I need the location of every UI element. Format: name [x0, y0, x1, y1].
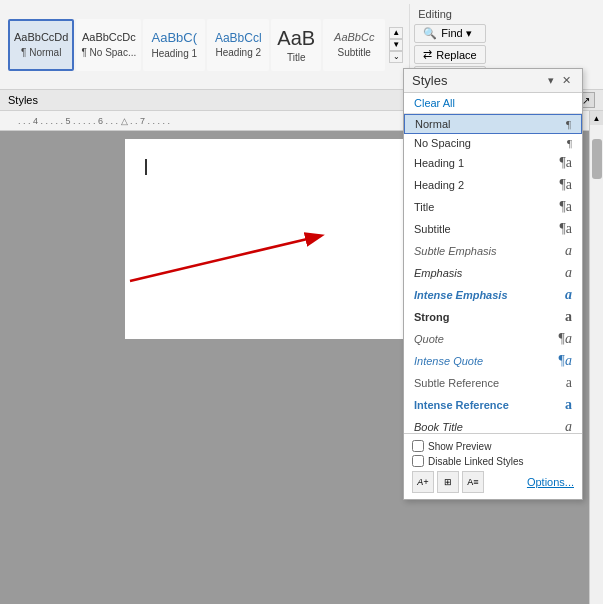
style-item-intense-emphasis[interactable]: Intense Emphasis a — [404, 284, 582, 306]
style-indicator-heading2: ¶a — [559, 177, 572, 193]
text-cursor — [145, 159, 147, 175]
style-item-name-book-title: Book Title — [414, 421, 463, 433]
scroll-expand-arrow[interactable]: ⌄ — [389, 51, 403, 63]
style-inspector-icon: ⊞ — [444, 477, 452, 487]
search-icon: 🔍 — [423, 27, 437, 40]
scrollbar-thumb[interactable] — [592, 139, 602, 179]
style-item-name-emphasis: Emphasis — [414, 267, 462, 279]
style-item-intense-reference[interactable]: Intense Reference a — [404, 394, 582, 416]
style-preview-heading2: AaBbCcl — [215, 31, 262, 45]
new-style-button[interactable]: A+ — [412, 471, 434, 493]
style-preview-subtitle: AaBbCc — [334, 31, 374, 44]
style-indicator-subtitle: ¶a — [559, 221, 572, 237]
scroll-top-arrow[interactable]: ▲ — [590, 111, 604, 125]
style-item-name-intense-reference: Intense Reference — [414, 399, 509, 411]
style-item-name-subtle-reference: Subtle Reference — [414, 377, 499, 389]
panel-footer-buttons: A+ ⊞ A≡ Options... — [412, 471, 574, 493]
replace-button[interactable]: ⇄ Replace — [414, 45, 486, 64]
style-item-intense-quote[interactable]: Intense Quote ¶a — [404, 350, 582, 372]
style-item-subtle-emphasis[interactable]: Subtle Emphasis a — [404, 240, 582, 262]
style-label-heading2: Heading 2 — [215, 47, 261, 58]
style-item-no-spacing[interactable]: No Spacing ¶ — [404, 134, 582, 152]
clear-all-button[interactable]: Clear All — [404, 93, 582, 114]
style-item-name-subtle-emphasis: Subtle Emphasis — [414, 245, 497, 257]
style-preview-heading1: AaBbC( — [152, 30, 198, 46]
gallery-scroll[interactable]: ▲ ▼ ⌄ — [389, 27, 403, 63]
style-indicator-title: ¶a — [559, 199, 572, 215]
replace-label: Replace — [436, 49, 476, 61]
styles-bar-label: Styles — [8, 94, 38, 106]
style-inspector-button[interactable]: ⊞ — [437, 471, 459, 493]
style-label-title: Title — [287, 52, 306, 63]
style-heading1[interactable]: AaBbC( Heading 1 — [143, 19, 205, 71]
styles-panel-title: Styles — [412, 73, 447, 88]
style-item-strong[interactable]: Strong a — [404, 306, 582, 328]
style-title[interactable]: AaB Title — [271, 19, 321, 71]
styles-gallery: AaBbCcDd ¶ Normal AaBbCcDc ¶ No Spac... … — [8, 4, 405, 89]
style-item-heading1[interactable]: Heading 1 ¶a — [404, 152, 582, 174]
styles-panel-header: Styles ▾ ✕ — [404, 69, 582, 93]
style-indicator-strong: a — [565, 309, 572, 325]
style-item-name-subtitle: Subtitle — [414, 223, 451, 235]
style-item-title[interactable]: Title ¶a — [404, 196, 582, 218]
disable-linked-checkbox[interactable] — [412, 455, 424, 467]
find-button[interactable]: 🔍 Find ▾ — [414, 24, 486, 43]
style-no-spacing[interactable]: AaBbCcDc ¶ No Spac... — [76, 19, 141, 71]
style-normal[interactable]: AaBbCcDd ¶ Normal — [8, 19, 74, 71]
style-indicator-subtle-emphasis: a — [565, 243, 572, 259]
style-indicator-quote: ¶a — [558, 331, 572, 347]
new-style-icon: A+ — [417, 477, 428, 487]
panel-controls: ▾ ✕ — [545, 74, 574, 87]
panel-close-button[interactable]: ✕ — [559, 74, 574, 87]
style-item-emphasis[interactable]: Emphasis a — [404, 262, 582, 284]
style-item-normal[interactable]: Normal ¶ — [404, 114, 582, 134]
manage-styles-icon: A≡ — [467, 477, 478, 487]
style-item-name-intense-quote: Intense Quote — [414, 355, 483, 367]
show-preview-label: Show Preview — [428, 441, 491, 452]
style-indicator-normal: ¶ — [566, 118, 571, 130]
scroll-down-arrow[interactable]: ▼ — [389, 39, 403, 51]
style-indicator-heading1: ¶a — [559, 155, 572, 171]
style-preview-no-spacing: AaBbCcDc — [82, 31, 136, 44]
style-indicator-subtle-reference: a — [566, 375, 572, 391]
style-item-name-quote: Quote — [414, 333, 444, 345]
style-preview-title: AaB — [277, 26, 315, 50]
style-indicator-no-spacing: ¶ — [567, 137, 572, 149]
style-item-name-heading1: Heading 1 — [414, 157, 464, 169]
style-item-name-normal: Normal — [415, 118, 450, 130]
panel-menu-button[interactable]: ▾ — [545, 74, 557, 87]
style-item-book-title[interactable]: Book Title a — [404, 416, 582, 433]
style-item-heading2[interactable]: Heading 2 ¶a — [404, 174, 582, 196]
style-item-name-title: Title — [414, 201, 434, 213]
options-link[interactable]: Options... — [527, 476, 574, 488]
disable-linked-row: Disable Linked Styles — [412, 455, 574, 467]
style-preview-normal: AaBbCcDd — [14, 31, 68, 44]
style-item-name-strong: Strong — [414, 311, 449, 323]
style-label-subtitle: Subtitle — [338, 47, 371, 58]
style-heading2[interactable]: AaBbCcl Heading 2 — [207, 19, 269, 71]
style-item-name-intense-emphasis: Intense Emphasis — [414, 289, 508, 301]
scroll-up-arrow[interactable]: ▲ — [389, 27, 403, 39]
show-preview-row: Show Preview — [412, 440, 574, 452]
style-indicator-intense-emphasis: a — [565, 287, 572, 303]
show-preview-checkbox[interactable] — [412, 440, 424, 452]
style-indicator-book-title: a — [565, 419, 572, 433]
styles-list: Clear All Normal ¶ No Spacing ¶ Heading … — [404, 93, 582, 433]
style-item-name-no-spacing: No Spacing — [414, 137, 471, 149]
style-item-subtitle[interactable]: Subtitle ¶a — [404, 218, 582, 240]
style-item-name-heading2: Heading 2 — [414, 179, 464, 191]
style-indicator-intense-quote: ¶a — [558, 353, 572, 369]
find-label: Find ▾ — [441, 27, 471, 40]
manage-styles-button[interactable]: A≡ — [462, 471, 484, 493]
replace-icon: ⇄ — [423, 48, 432, 61]
styles-panel: Styles ▾ ✕ Clear All Normal ¶ No Spacing… — [403, 68, 583, 500]
panel-footer: Show Preview Disable Linked Styles A+ ⊞ … — [404, 433, 582, 499]
style-item-subtle-reference[interactable]: Subtle Reference a — [404, 372, 582, 394]
style-indicator-intense-reference: a — [565, 397, 572, 413]
style-item-quote[interactable]: Quote ¶a — [404, 328, 582, 350]
style-label-heading1: Heading 1 — [151, 48, 197, 59]
style-subtitle[interactable]: AaBbCc Subtitle — [323, 19, 385, 71]
style-label-no-spacing: ¶ No Spac... — [81, 47, 136, 58]
scrollbar[interactable]: ▲ — [589, 111, 603, 604]
style-indicator-emphasis: a — [565, 265, 572, 281]
